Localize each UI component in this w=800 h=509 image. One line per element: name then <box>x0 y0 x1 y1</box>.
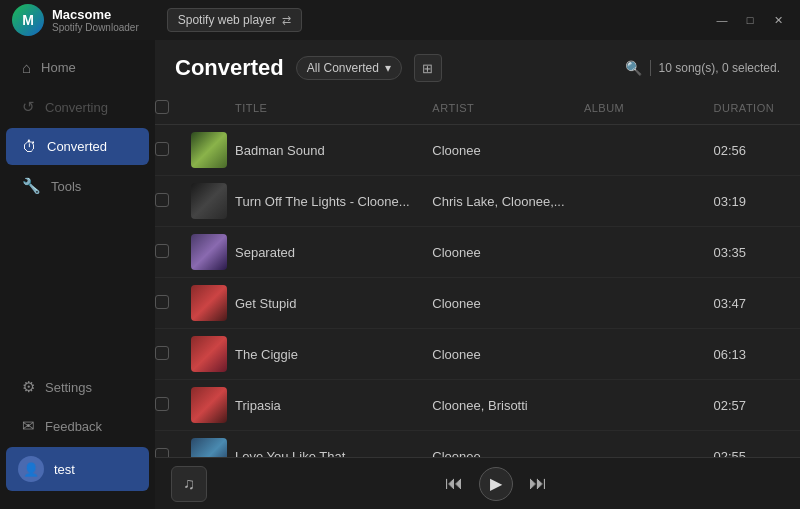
track-thumbnail <box>191 387 227 423</box>
sidebar-item-feedback[interactable]: ✉ Feedback <box>6 407 149 445</box>
home-icon: ⌂ <box>22 59 31 76</box>
song-count: 10 song(s), 0 selected. <box>659 61 780 75</box>
sidebar-label-converted: Converted <box>47 139 107 154</box>
sidebar: ⌂ Home ↺ Converting ⏱ Converted 🔧 Tools … <box>0 40 155 509</box>
row-title: The Ciggie <box>235 329 432 380</box>
row-checkbox[interactable] <box>155 397 169 411</box>
track-thumbnail <box>191 285 227 321</box>
tracks-table-container[interactable]: TITLE ARTIST ALBUM DURATION Badman Sound… <box>155 92 800 457</box>
row-checkbox-cell <box>155 125 191 176</box>
bottom-bar: ♫ ⏮ ▶ ⏭ <box>155 457 800 509</box>
grid-icon: ⊞ <box>422 61 433 76</box>
table-row[interactable]: The Ciggie Cloonee 06:13 <box>155 329 800 380</box>
row-checkbox-cell <box>155 278 191 329</box>
row-album <box>584 176 714 227</box>
track-thumbnail <box>191 336 227 372</box>
col-album-header: ALBUM <box>584 92 714 125</box>
row-checkbox[interactable] <box>155 346 169 360</box>
row-thumb-cell <box>191 125 235 176</box>
row-thumb-cell <box>191 329 235 380</box>
row-checkbox-cell <box>155 176 191 227</box>
user-name: test <box>54 462 75 477</box>
content-area: Converted All Converted ▾ ⊞ 🔍 10 song(s)… <box>155 40 800 509</box>
maximize-button[interactable]: □ <box>740 10 760 30</box>
chevron-down-icon: ▾ <box>385 61 391 75</box>
row-artist: Chris Lake, Cloonee,... <box>432 176 584 227</box>
titlebar: M Macsome Spotify Downloader Spotify web… <box>0 0 800 40</box>
player-controls: ⏮ ▶ ⏭ <box>445 467 547 501</box>
grid-view-button[interactable]: ⊞ <box>414 54 442 82</box>
play-button[interactable]: ▶ <box>479 467 513 501</box>
sidebar-label-settings: Settings <box>45 380 92 395</box>
app-name: Macsome <box>52 7 139 23</box>
row-checkbox[interactable] <box>155 244 169 258</box>
row-thumb-cell <box>191 278 235 329</box>
row-checkbox-cell <box>155 227 191 278</box>
sidebar-label-tools: Tools <box>51 179 81 194</box>
filter-label: All Converted <box>307 61 379 75</box>
web-player-button[interactable]: Spotify web player ⇄ <box>167 8 302 32</box>
row-checkbox[interactable] <box>155 295 169 309</box>
row-checkbox[interactable] <box>155 142 169 156</box>
sidebar-item-home[interactable]: ⌂ Home <box>6 49 149 86</box>
sidebar-item-tools[interactable]: 🔧 Tools <box>6 167 149 205</box>
row-title: Badman Sound <box>235 125 432 176</box>
main-layout: ⌂ Home ↺ Converting ⏱ Converted 🔧 Tools … <box>0 40 800 509</box>
content-header: Converted All Converted ▾ ⊞ 🔍 10 song(s)… <box>155 40 800 92</box>
row-title: Turn Off The Lights - Cloone... <box>235 176 432 227</box>
app-branding: M Macsome Spotify Downloader Spotify web… <box>0 4 302 36</box>
minimize-button[interactable]: — <box>712 10 732 30</box>
table-row[interactable]: Tripasia Cloonee, Brisotti 02:57 <box>155 380 800 431</box>
sidebar-label-converting: Converting <box>45 100 108 115</box>
feedback-icon: ✉ <box>22 417 35 435</box>
row-checkbox-cell <box>155 431 191 458</box>
col-checkbox <box>155 92 191 125</box>
col-img <box>191 92 235 125</box>
window-controls: — □ ✕ <box>712 10 788 30</box>
sidebar-item-converted[interactable]: ⏱ Converted <box>6 128 149 165</box>
converting-icon: ↺ <box>22 98 35 116</box>
tracks-table: TITLE ARTIST ALBUM DURATION Badman Sound… <box>155 92 800 457</box>
sidebar-item-settings[interactable]: ⚙ Settings <box>6 368 149 406</box>
sidebar-item-converting[interactable]: ↺ Converting <box>6 88 149 126</box>
col-artist-header: ARTIST <box>432 92 584 125</box>
app-logo: M <box>12 4 44 36</box>
tools-icon: 🔧 <box>22 177 41 195</box>
row-album <box>584 431 714 458</box>
app-name-block: Macsome Spotify Downloader <box>52 7 139 34</box>
table-row[interactable]: Badman Sound Cloonee 02:56 <box>155 125 800 176</box>
row-artist: Cloonee <box>432 227 584 278</box>
equalizer-icon: ⇄ <box>282 14 291 27</box>
row-title: Love You Like That <box>235 431 432 458</box>
header-divider <box>650 60 651 76</box>
row-album <box>584 329 714 380</box>
row-checkbox-cell <box>155 380 191 431</box>
row-artist: Cloonee, Brisotti <box>432 380 584 431</box>
row-duration: 02:57 <box>714 380 800 431</box>
row-checkbox[interactable] <box>155 193 169 207</box>
search-button[interactable]: 🔍 <box>625 60 642 76</box>
row-checkbox[interactable] <box>155 448 169 458</box>
row-album <box>584 380 714 431</box>
filter-dropdown[interactable]: All Converted ▾ <box>296 56 402 80</box>
table-row[interactable]: Turn Off The Lights - Cloone... Chris La… <box>155 176 800 227</box>
close-button[interactable]: ✕ <box>768 10 788 30</box>
next-button[interactable]: ⏭ <box>529 473 547 494</box>
row-artist: Cloonee <box>432 329 584 380</box>
track-thumbnail <box>191 183 227 219</box>
row-thumb-cell <box>191 380 235 431</box>
select-all-checkbox[interactable] <box>155 100 169 114</box>
row-album <box>584 227 714 278</box>
table-row[interactable]: Get Stupid Cloonee 03:47 <box>155 278 800 329</box>
music-note-button[interactable]: ♫ <box>171 466 207 502</box>
table-row[interactable]: Separated Cloonee 03:35 <box>155 227 800 278</box>
row-album <box>584 278 714 329</box>
web-player-label: Spotify web player <box>178 13 276 27</box>
app-subtitle: Spotify Downloader <box>52 22 139 33</box>
prev-button[interactable]: ⏮ <box>445 473 463 494</box>
user-item[interactable]: 👤 test <box>6 447 149 491</box>
row-duration: 03:19 <box>714 176 800 227</box>
row-duration: 03:47 <box>714 278 800 329</box>
table-row[interactable]: Love You Like That Cloonee 02:55 <box>155 431 800 458</box>
user-icon: 👤 <box>23 462 39 477</box>
